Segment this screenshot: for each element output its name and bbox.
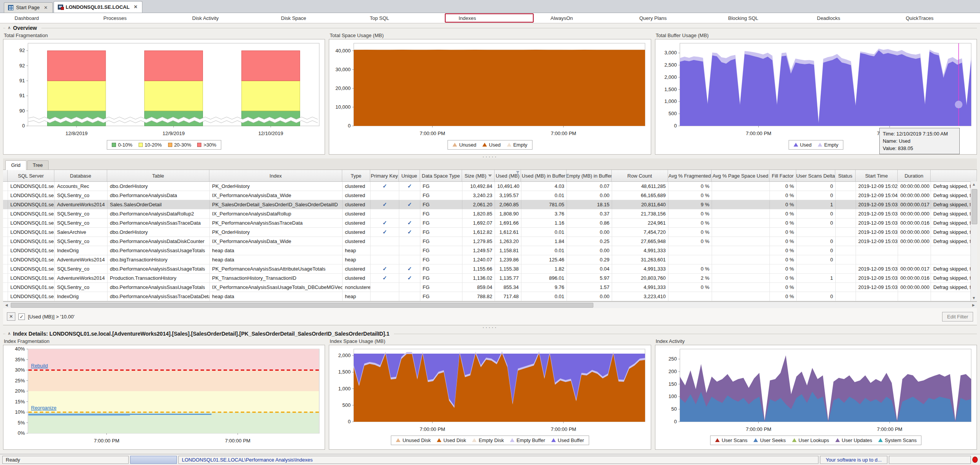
legend-item[interactable]: Unused Disk xyxy=(396,437,431,443)
chart-plot[interactable]: 05001,0001,5002,0007:00:00 PM7:00:00 PM xyxy=(329,345,650,434)
column-header-type[interactable]: Type xyxy=(342,170,370,181)
update-status-link[interactable]: Your software is up to d... xyxy=(820,456,887,464)
edit-filter-button[interactable]: Edit Filter xyxy=(942,312,973,321)
chart-plot[interactable]: 0909191929212/8/201912/9/201912/10/2019 xyxy=(3,39,325,138)
table-row[interactable]: LONDONSQL01.se.localIndexOrigdbo.Perform… xyxy=(3,246,977,255)
column-header-used-mb-[interactable]: Used (MB) xyxy=(495,170,521,181)
scroll-left-icon[interactable]: ◄ xyxy=(3,303,10,307)
scroll-down-icon[interactable]: ▼ xyxy=(972,296,976,300)
column-header-status[interactable]: Status xyxy=(835,170,856,181)
column-header-data-space-type[interactable]: Data Space Type xyxy=(420,170,462,181)
legend-item[interactable]: Used xyxy=(482,142,500,148)
legend-item[interactable]: Empty Buffer xyxy=(510,437,545,443)
legend-item[interactable]: 10-20% xyxy=(139,142,162,148)
column-header-primary-key[interactable]: Primary Key xyxy=(370,170,399,181)
column-header-sql-server[interactable]: SQL Server xyxy=(8,170,54,181)
close-icon[interactable]: ✕ xyxy=(44,5,47,10)
navbar-item-blocking-sql[interactable]: Blocking SQL xyxy=(714,13,802,23)
chart-plot[interactable]: 0%5%10%15%20%25%30%35%40%7:00:00 PM7:00:… xyxy=(3,345,325,445)
column-header-avg-fragmented[interactable]: Avg % Fragmented xyxy=(668,170,712,181)
legend-item[interactable]: >30% xyxy=(197,142,216,148)
column-header-user-scans-delta[interactable]: User Scans Delta xyxy=(796,170,835,181)
filter-enabled-checkbox[interactable]: ✓ xyxy=(18,313,25,320)
chart-plot[interactable]: 0501001502002507:00:00 PM7:00:00 PM xyxy=(655,345,977,434)
collapse-chevron-icon[interactable]: ∧ xyxy=(8,331,11,336)
recording-indicator-icon[interactable] xyxy=(972,457,978,463)
legend-item[interactable]: 20-30% xyxy=(168,142,191,148)
total-fragmentation-chart[interactable]: 0909191929212/8/201912/9/201912/10/2019 … xyxy=(3,39,325,155)
sort-desc-icon[interactable] xyxy=(488,175,492,177)
chart-plot[interactable]: 05001,0001,5002,0002,5003,0007:00:00 PM7… xyxy=(655,39,977,138)
document-tab[interactable]: LONDONSQL01.SE.LOCAL✕ xyxy=(54,1,143,13)
table-row[interactable]: LONDONSQL01.se.localAdventureWorks2014db… xyxy=(3,255,977,264)
column-header-table[interactable]: Table xyxy=(107,170,209,181)
splitter-handle[interactable]: ····· xyxy=(0,155,980,158)
table-row[interactable]: LONDONSQL01.se.localAdventureWorks2014Sa… xyxy=(3,200,977,209)
table-row[interactable]: LONDONSQL01.se.localSQLSentry_codbo.Perf… xyxy=(3,191,977,200)
navbar-item-deadlocks[interactable]: Deadlocks xyxy=(802,13,891,23)
legend-item[interactable]: Unused xyxy=(452,142,476,148)
chart-plot[interactable]: 010,00020,00030,00040,0007:00:00 PM7:00:… xyxy=(329,39,650,138)
total-buffer-usage-chart[interactable]: 05001,0001,5002,0002,5003,0007:00:00 PM7… xyxy=(655,39,977,155)
table-row[interactable]: LONDONSQL01.se.localSQLSentry_codbo.Perf… xyxy=(3,237,977,246)
column-header-empty-mb-in-buffer[interactable]: Empty (MB) in Buffer xyxy=(567,170,612,181)
index-fragmentation-chart[interactable]: 0%5%10%15%20%25%30%35%40%7:00:00 PM7:00:… xyxy=(3,345,325,450)
scrollbar-thumb[interactable] xyxy=(11,303,593,308)
column-header-used-mb-in-buffer[interactable]: Used (MB) in Buffer xyxy=(521,170,567,181)
navbar-item-processes[interactable]: Processes xyxy=(89,13,178,23)
legend-item[interactable]: Empty xyxy=(818,142,838,148)
navbar-item-quicktraces[interactable]: QuickTraces xyxy=(891,13,980,23)
index-space-usage-chart[interactable]: 05001,0001,5002,0007:00:00 PM7:00:00 PM … xyxy=(329,345,651,450)
horizontal-scrollbar[interactable]: ◄ ► xyxy=(3,302,977,308)
legend-item[interactable]: User Lookups xyxy=(792,437,829,443)
navbar-item-dashboard[interactable]: Dashboard xyxy=(0,13,89,23)
scroll-right-icon[interactable]: ► xyxy=(970,303,977,307)
scroll-up-icon[interactable]: ▲ xyxy=(972,182,976,187)
legend-item[interactable]: Empty Disk xyxy=(472,437,504,443)
column-header-blank[interactable] xyxy=(931,170,977,181)
scrollbar-thumb[interactable] xyxy=(972,189,977,224)
close-icon[interactable]: ✕ xyxy=(134,4,137,10)
table-row[interactable]: LONDONSQL01.se.localSalesArchivedbo.Orde… xyxy=(3,228,977,237)
table-row[interactable]: LONDONSQL01.se.localSQLSentry_codbo.Perf… xyxy=(3,264,977,274)
navbar-item-top-sql[interactable]: Top SQL xyxy=(355,13,444,23)
column-header-duration[interactable]: Duration xyxy=(898,170,931,181)
table-row[interactable]: LONDONSQL01.se.localSQLSentry_codbo.Perf… xyxy=(3,283,977,292)
filter-expression[interactable]: [Used (MB)] > '10.00' xyxy=(28,314,75,320)
navbar-item-query-plans[interactable]: Query Plans xyxy=(625,13,714,23)
collapse-chevron-icon[interactable]: ∧ xyxy=(8,25,11,30)
column-header-unique[interactable]: Unique xyxy=(399,170,420,181)
legend-item[interactable]: System Scans xyxy=(878,437,916,443)
column-header-blank[interactable] xyxy=(3,170,8,181)
legend-item[interactable]: 0-10% xyxy=(112,142,132,148)
vertical-scrollbar[interactable]: ▲ ▼ xyxy=(970,181,977,301)
table-row[interactable]: LONDONSQL01.se.localAccounts_Recdbo.Orde… xyxy=(3,182,977,191)
clear-filter-button[interactable]: ✕ xyxy=(7,312,15,321)
legend-item[interactable]: Empty xyxy=(507,142,528,148)
navbar-item-indexes[interactable]: Indexes xyxy=(445,13,534,23)
column-header-avg-page-space-used[interactable]: Avg % Page Space Used xyxy=(712,170,769,181)
legend-item[interactable]: Used Disk xyxy=(437,437,466,443)
table-row[interactable]: LONDONSQL01.se.localSQLSentry_codbo.Perf… xyxy=(3,219,977,228)
table-row[interactable]: LONDONSQL01.se.localSQLSentry_codbo.Perf… xyxy=(3,209,977,219)
table-row[interactable]: LONDONSQL01.se.localIndexOrigdbo.Perform… xyxy=(3,292,977,301)
legend-item[interactable]: User Scans xyxy=(715,437,747,443)
column-header-fill-factor[interactable]: Fill Factor xyxy=(769,170,796,181)
navbar-item-disk-activity[interactable]: Disk Activity xyxy=(178,13,266,23)
legend-item[interactable]: User Seeks xyxy=(753,437,786,443)
table-row[interactable]: LONDONSQL01.se.localAdventureWorks2014Pr… xyxy=(3,274,977,283)
grid-tab-grid[interactable]: Grid xyxy=(5,160,26,170)
document-tab[interactable]: Start Page✕ xyxy=(4,2,53,13)
column-header-database[interactable]: Database xyxy=(54,170,107,181)
overview-header[interactable]: ∧ Overview xyxy=(3,24,977,32)
index-details-header[interactable]: ∧ Index Details: LONDONSQL01.se.local.[A… xyxy=(3,330,977,338)
grid-tab-tree[interactable]: Tree xyxy=(27,160,49,170)
legend-item[interactable]: Used xyxy=(794,142,812,148)
navbar-item-disk-space[interactable]: Disk Space xyxy=(266,13,355,23)
legend-item[interactable]: User Updates xyxy=(835,437,872,443)
column-header-index[interactable]: Index xyxy=(209,170,342,181)
navbar-item-alwayson[interactable]: AlwaysOn xyxy=(536,13,625,23)
legend-item[interactable]: Used Buffer xyxy=(551,437,584,443)
index-activity-chart[interactable]: 0501001502002507:00:00 PM7:00:00 PM User… xyxy=(655,345,977,450)
column-header-size-mb-[interactable]: Size (MB) xyxy=(462,170,495,181)
